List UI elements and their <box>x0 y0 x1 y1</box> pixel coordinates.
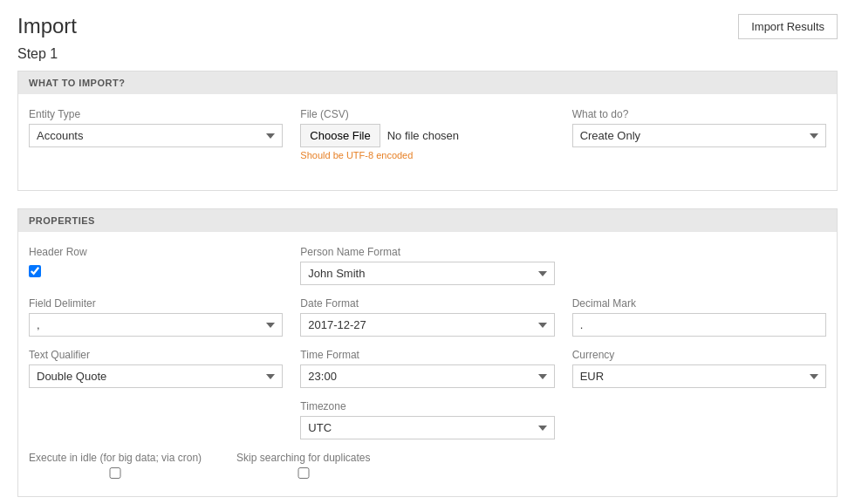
decimal-mark-input[interactable] <box>572 313 826 337</box>
what-to-import-section: WHAT TO IMPORT? Entity Type Accounts Con… <box>17 71 838 191</box>
entity-type-select[interactable]: Accounts Contacts Leads Opportunities <box>29 124 283 147</box>
currency-select[interactable]: EUR USD GBP <box>572 364 826 388</box>
bottom-checkboxes: Execute in idle (for big data; via cron)… <box>29 452 826 479</box>
time-format-group: Time Format 23:00 11:00 PM <box>300 349 554 388</box>
date-format-select[interactable]: 2017-12-27 12/27/2017 27/12/2017 <box>300 313 554 337</box>
entity-type-label: Entity Type <box>29 108 283 120</box>
date-format-group: Date Format 2017-12-27 12/27/2017 27/12/… <box>300 297 554 337</box>
execute-idle-checkbox[interactable] <box>29 467 202 479</box>
spacer-right <box>572 400 826 439</box>
field-delimiter-group: Field Delimiter , ; Tab | <box>29 297 283 337</box>
timezone-label: Timezone <box>300 400 554 412</box>
import-results-button[interactable]: Import Results <box>738 14 838 39</box>
file-hint: Should be UTF-8 encoded <box>300 150 554 160</box>
person-name-format-select[interactable]: John Smith Smith John John <box>300 262 554 285</box>
props-row-3: Text Qualifier Double Quote Single Quote… <box>29 349 826 388</box>
header-row-checkbox[interactable] <box>29 265 41 277</box>
person-name-format-label: Person Name Format <box>300 246 554 258</box>
properties-body: Header Row Person Name Format John Smith… <box>18 232 837 496</box>
what-to-do-group: What to do? Create Only Create and Updat… <box>572 108 826 160</box>
text-qualifier-select[interactable]: Double Quote Single Quote None <box>29 364 283 388</box>
header-row-label: Header Row <box>29 246 283 258</box>
decimal-mark-group: Decimal Mark <box>572 297 826 337</box>
props-row-2: Field Delimiter , ; Tab | Date Format 20… <box>29 297 826 337</box>
spacer-left <box>29 400 283 439</box>
file-label: File (CSV) <box>300 108 554 120</box>
spacer-1 <box>572 246 826 285</box>
what-to-do-select[interactable]: Create Only Create and Update Update Onl… <box>572 124 826 147</box>
skip-duplicates-checkbox[interactable] <box>236 467 370 479</box>
execute-idle-label: Execute in idle (for big data; via cron) <box>29 452 202 464</box>
what-to-do-label: What to do? <box>572 108 826 120</box>
date-format-label: Date Format <box>300 297 554 310</box>
props-row-4: Timezone UTC America/New_York Europe/Lon… <box>29 400 826 439</box>
file-input-row: Choose File No file chosen <box>300 124 554 147</box>
props-row-1: Header Row Person Name Format John Smith… <box>29 246 826 285</box>
choose-file-button[interactable]: Choose File <box>300 124 380 147</box>
field-delimiter-label: Field Delimiter <box>29 297 283 310</box>
properties-header: PROPERTIES <box>18 209 837 232</box>
header-row-group: Header Row <box>29 246 283 285</box>
time-format-select[interactable]: 23:00 11:00 PM <box>300 364 554 388</box>
execute-idle-group: Execute in idle (for big data; via cron) <box>29 452 202 479</box>
currency-group: Currency EUR USD GBP <box>572 349 826 388</box>
header-row-checkbox-row <box>29 265 283 277</box>
file-name-text: No file chosen <box>387 129 459 142</box>
what-to-import-body: Entity Type Accounts Contacts Leads Oppo… <box>18 94 837 190</box>
file-group: File (CSV) Choose File No file chosen Sh… <box>300 108 554 160</box>
decimal-mark-label: Decimal Mark <box>572 297 826 310</box>
page-title: Import <box>17 14 77 38</box>
field-delimiter-select[interactable]: , ; Tab | <box>29 313 283 337</box>
step-label: Step 1 <box>17 46 838 62</box>
timezone-group: Timezone UTC America/New_York Europe/Lon… <box>300 400 554 439</box>
skip-duplicates-label: Skip searching for duplicates <box>236 452 370 464</box>
person-name-format-group: Person Name Format John Smith Smith John… <box>300 246 554 285</box>
what-to-import-header: WHAT TO IMPORT? <box>18 72 837 94</box>
text-qualifier-label: Text Qualifier <box>29 349 283 361</box>
skip-duplicates-group: Skip searching for duplicates <box>236 452 370 479</box>
entity-type-group: Entity Type Accounts Contacts Leads Oppo… <box>29 108 283 160</box>
timezone-select[interactable]: UTC America/New_York Europe/London <box>300 416 554 439</box>
properties-section: PROPERTIES Header Row Person Name Format… <box>17 208 838 497</box>
text-qualifier-group: Text Qualifier Double Quote Single Quote… <box>29 349 283 388</box>
page-header: Import Import Results <box>17 14 838 39</box>
currency-label: Currency <box>572 349 826 361</box>
time-format-label: Time Format <box>300 349 554 361</box>
what-to-import-row: Entity Type Accounts Contacts Leads Oppo… <box>29 108 826 160</box>
